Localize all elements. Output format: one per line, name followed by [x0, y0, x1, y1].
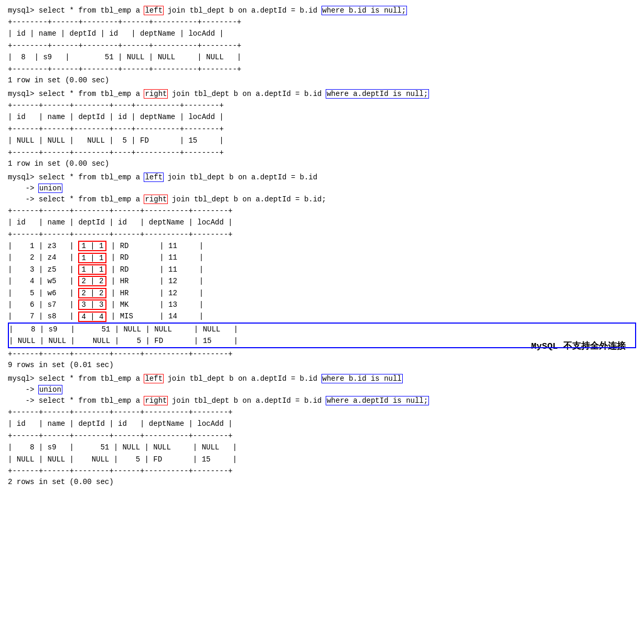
q4-mid1: join tbl_dept b on a.deptId = b.id	[163, 374, 321, 383]
table-3-sep2: +------+------+--------+------+---------…	[8, 229, 636, 240]
rowcount-4: 2 rows in set (0.00 sec)	[8, 478, 636, 486]
section-4: mysql> select * from tbl_emp a left join…	[8, 373, 636, 486]
row-3-3-end: | RD | 11 |	[106, 264, 203, 275]
q4-arrow1: ->	[8, 385, 39, 394]
rowcount-2: 1 row in set (0.00 sec)	[8, 159, 636, 168]
row-3-4-end: | HR | 12 |	[106, 275, 203, 287]
row-3-3-start: | 3 | z5 |	[8, 264, 78, 275]
table-4: +------+------+--------+------+---------…	[8, 406, 636, 477]
section-1: mysql> select * from tbl_emp a left join…	[8, 5, 636, 84]
row-3-7-deptid: 4 | 4	[78, 312, 106, 322]
row-3-2-end: | RD | 11 |	[106, 252, 203, 263]
row-3-6: | 6 | s7 | 3 | 3 | MK | 13 |	[8, 299, 636, 310]
table-2: +------+------+--------+----+----------+…	[8, 100, 636, 158]
row-3-1-end: | RD | 11 |	[106, 240, 203, 252]
q4-prefix1: mysql> select * from tbl_emp a	[8, 374, 144, 383]
q3-mid2: join tbl_dept b on a.deptId = b.id;	[167, 195, 326, 203]
query-2-prefix: mysql> select * from tbl_emp a	[8, 90, 144, 98]
row-3-5-end: | HR | 12 |	[106, 287, 203, 299]
row-3-2: | 2 | z4 | 1 | 1 | RD | 11 |	[8, 252, 636, 263]
query-2: mysql> select * from tbl_emp a right joi…	[8, 89, 636, 100]
keyword-union-3: union	[39, 184, 62, 192]
query-4-line1: mysql> select * from tbl_emp a left join…	[8, 373, 636, 384]
query-1-mid: join tbl_dept b on a.deptId = b.id	[163, 6, 321, 15]
keyword-union-4: union	[39, 385, 62, 394]
row-3-6-start: | 6 | s7 |	[8, 299, 78, 310]
row-3-1-start: | 1 | z3 |	[8, 240, 78, 252]
table-3-header: | id | name | deptId | id | deptName | l…	[8, 217, 636, 228]
query-4-line2: -> union	[8, 384, 636, 395]
query-3-line1: mysql> select * from tbl_emp a left join…	[8, 172, 636, 183]
row-3-4: | 4 | w5 | 2 | 2 | HR | 12 |	[8, 275, 636, 287]
keyword-left-3: left	[144, 173, 163, 181]
row-3-7: | 7 | s8 | 4 | 4 | MIS | 14 |	[8, 310, 636, 322]
row-3-2-start: | 2 | z4 |	[8, 252, 78, 263]
keyword-where-4a: where b.id is null	[322, 374, 402, 383]
row-3-5-start: | 5 | w6 |	[8, 287, 78, 299]
keyword-where-1: where b.id is null;	[322, 6, 407, 15]
q3-mid1: join tbl_dept b on a.deptId = b.id	[163, 173, 317, 181]
row-3-1-deptid: 1 | 1	[78, 241, 106, 251]
row-3-5-deptid: 2 | 2	[78, 288, 106, 298]
keyword-where-2: where a.deptId is null;	[326, 90, 428, 98]
q3-prefix1: mysql> select * from tbl_emp a	[8, 173, 144, 181]
section-3: mysql> select * from tbl_emp a left join…	[8, 172, 636, 369]
rowcount-1: 1 row in set (0.00 sec)	[8, 76, 636, 84]
row-3-6-end: | MK | 13 |	[106, 299, 203, 310]
table-3-sep1: +------+------+--------+------+---------…	[8, 205, 636, 217]
keyword-where-4b: where a.deptId is null;	[326, 396, 428, 405]
query-2-mid: join tbl_dept b on a.deptId = b.id	[167, 90, 326, 98]
query-1-prefix: mysql> select * from tbl_emp a	[8, 6, 144, 15]
q3-prefix2: -> select * from tbl_emp a	[8, 195, 144, 203]
row-3-8: | 8 | s9 | 51 | NULL | NULL | NULL | | N…	[8, 323, 636, 348]
row-3-2-deptid: 1 | 1	[78, 253, 106, 263]
table-3-wrapper: +------+------+--------+------+---------…	[8, 205, 636, 360]
keyword-right-4: right	[144, 396, 167, 405]
query-4-line3: -> select * from tbl_emp a right join tb…	[8, 395, 636, 406]
keyword-right-3: right	[144, 195, 167, 203]
row-3-6-deptid: 3 | 3	[78, 299, 106, 310]
query-3-line3: -> select * from tbl_emp a right join tb…	[8, 194, 636, 205]
q4-prefix2: -> select * from tbl_emp a	[8, 396, 144, 405]
row-3-3-deptid: 1 | 1	[78, 264, 106, 275]
section-2: mysql> select * from tbl_emp a right joi…	[8, 89, 636, 168]
row-3-5: | 5 | w6 | 2 | 2 | HR | 12 |	[8, 287, 636, 299]
row-3-3: | 3 | z5 | 1 | 1 | RD | 11 |	[8, 264, 636, 275]
row-3-4-deptid: 2 | 2	[78, 276, 106, 286]
q3-arrow1: ->	[8, 184, 39, 192]
row-3-1: | 1 | z3 | 1 | 1 | RD | 11 |	[8, 240, 636, 252]
q4-mid2: join tbl_dept b on a.deptId = b.id	[167, 396, 326, 405]
query-1: mysql> select * from tbl_emp a left join…	[8, 5, 636, 16]
keyword-left-4: left	[144, 374, 163, 383]
keyword-right-2: right	[144, 90, 167, 98]
row-3-7-start: | 7 | s8 |	[8, 310, 78, 322]
table-3-sep3: +------+------+--------+------+---------…	[8, 348, 636, 360]
keyword-left-1: left	[144, 6, 163, 15]
row-3-7-end: | MIS | 14 |	[106, 310, 203, 322]
row-3-4-start: | 4 | w5 |	[8, 275, 78, 287]
query-3-line2: -> union	[8, 183, 636, 194]
table-1: +--------+------+--------+------+-------…	[8, 16, 636, 75]
rowcount-3: 9 rows in set (0.01 sec)	[8, 361, 636, 369]
